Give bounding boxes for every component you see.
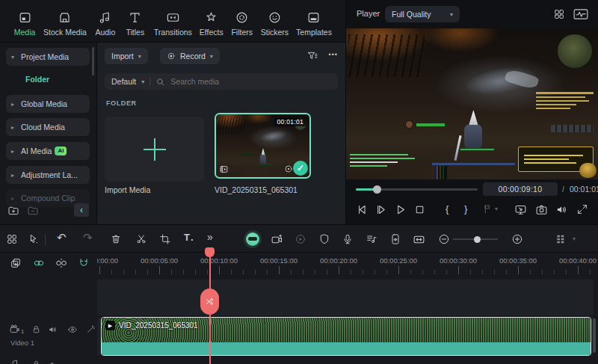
crop-button[interactable] xyxy=(159,233,171,245)
sidebar-item-cloud-media[interactable]: ▸ Cloud Media xyxy=(6,118,90,136)
preview-video[interactable] xyxy=(346,28,598,179)
search-input[interactable] xyxy=(170,77,331,86)
delete-folder-icon[interactable] xyxy=(27,205,39,217)
mark-in-button[interactable]: { xyxy=(446,203,449,215)
timeline-scrollbar[interactable] xyxy=(593,318,596,353)
undo-button[interactable]: ↶ xyxy=(57,231,67,244)
add-camera-record-button[interactable] xyxy=(271,233,283,246)
chevron-down-icon: ▾ xyxy=(11,54,21,61)
more-tools-button[interactable]: » xyxy=(207,231,213,243)
filter-funnel-icon[interactable] xyxy=(306,50,318,62)
audio-mixer-button[interactable] xyxy=(366,233,377,245)
timeline-clip[interactable]: ▶ VID_20250315_065301 xyxy=(101,317,591,356)
stop-button[interactable] xyxy=(413,203,426,216)
redo-button[interactable]: ↷ xyxy=(83,231,93,244)
chevron-down-icon[interactable]: ▾ xyxy=(573,235,576,242)
playhead-split-button[interactable] xyxy=(200,289,219,315)
mute-track-icon[interactable] xyxy=(48,360,58,364)
snapshot-camera-button[interactable] xyxy=(535,203,548,216)
sidebar-scrollbar[interactable] xyxy=(92,47,94,75)
seek-bar[interactable] xyxy=(356,188,478,191)
marker-flag-icon[interactable] xyxy=(482,203,493,215)
link-clips-icon[interactable] xyxy=(33,257,45,269)
sidebar-item-label: Cloud Media xyxy=(21,123,65,132)
tab-filters[interactable]: Filters xyxy=(231,10,253,37)
layout-grid-icon[interactable] xyxy=(553,8,565,20)
tab-audio[interactable]: Audio xyxy=(94,10,117,37)
clip-name-row: ▶ VID_20250315_065301 xyxy=(105,321,198,330)
tab-label: Templates xyxy=(296,28,332,37)
workspace-layout-icon[interactable] xyxy=(6,233,18,245)
volume-button[interactable] xyxy=(555,203,568,216)
playhead-handle[interactable] xyxy=(205,247,215,257)
tab-templates[interactable]: Templates xyxy=(296,10,332,37)
sidebar-item-global-media[interactable]: ▸ Global Media xyxy=(6,95,90,113)
tab-stock-media[interactable]: Stock Media xyxy=(43,10,87,37)
play-button[interactable] xyxy=(394,203,407,216)
preview-render-button[interactable] xyxy=(295,233,306,245)
more-options-button[interactable]: ••• xyxy=(329,51,338,58)
player-panel: Player Full Quality ▾ xyxy=(345,0,598,224)
sidebar-item-label: Adjustment La... xyxy=(21,170,78,179)
text-tool-button[interactable]: T. xyxy=(184,232,194,243)
record-button[interactable]: Record ▾ xyxy=(160,48,220,64)
shield-copyright-button[interactable] xyxy=(318,233,330,245)
tab-effects[interactable]: Effects xyxy=(200,10,224,37)
voiceover-mic-button[interactable] xyxy=(342,233,354,245)
fit-timeline-button[interactable] xyxy=(413,233,425,246)
sidebar-item-project-media[interactable]: ▾ Project Media xyxy=(6,48,90,66)
tab-titles[interactable]: Titles xyxy=(124,10,147,37)
ruler-label: 00:00:35:00 xyxy=(499,256,537,265)
ruler-label: 00:00:00:00 xyxy=(97,256,118,265)
import-button[interactable]: Import ▾ xyxy=(105,48,148,64)
ruler-label: 00:00:40:00 xyxy=(559,256,597,265)
new-folder-icon[interactable] xyxy=(7,205,19,217)
collapse-sidebar-button[interactable]: ‹ xyxy=(74,203,89,217)
video-track-icon xyxy=(9,324,20,335)
hide-track-icon[interactable] xyxy=(67,324,78,335)
seek-handle[interactable] xyxy=(373,185,381,194)
device-preview-button[interactable] xyxy=(389,233,401,245)
next-frame-button[interactable] xyxy=(374,203,387,216)
sidebar-subitem-folder[interactable]: Folder xyxy=(25,75,49,84)
zoom-slider-handle[interactable] xyxy=(474,236,481,243)
zoom-in-button[interactable] xyxy=(511,233,523,245)
scopes-icon[interactable] xyxy=(573,8,588,20)
quality-dropdown[interactable]: Full Quality ▾ xyxy=(385,6,460,22)
sidebar-item-adjustment-layer[interactable]: ▸ Adjustment La... xyxy=(6,166,90,184)
timeline-ruler[interactable]: 00:00:00:00 00:00:05:00 00:00:10:00 00:0… xyxy=(97,254,598,277)
filter-dropdown[interactable]: Default xyxy=(111,77,136,86)
magic-wand-icon[interactable] xyxy=(86,324,96,334)
previous-frame-button[interactable] xyxy=(356,203,369,216)
fullscreen-button[interactable] xyxy=(576,203,588,215)
tab-stickers[interactable]: Stickers xyxy=(261,10,289,37)
media-clip-thumbnail[interactable]: 00:01:01 ✓ xyxy=(215,113,311,179)
zoom-slider[interactable] xyxy=(453,238,498,240)
tab-transitions[interactable]: Transitions xyxy=(154,10,192,37)
lock-track-icon[interactable] xyxy=(31,324,41,334)
mark-out-button[interactable]: } xyxy=(464,203,467,215)
delete-button[interactable] xyxy=(110,233,122,245)
tab-media[interactable]: Media xyxy=(13,10,36,37)
game-chat xyxy=(350,154,418,169)
mute-track-icon[interactable] xyxy=(48,324,58,335)
search-icon xyxy=(155,77,165,87)
display-output-button[interactable] xyxy=(514,203,527,216)
track-manager-icon[interactable] xyxy=(555,233,567,245)
chevron-down-icon[interactable]: ▾ xyxy=(495,206,498,212)
zoom-out-button[interactable] xyxy=(438,233,450,245)
track-number: 1 xyxy=(21,328,24,335)
lock-track-icon[interactable] xyxy=(31,360,41,364)
copy-clip-icon[interactable] xyxy=(10,257,22,269)
chevron-down-icon: ▾ xyxy=(210,53,213,60)
ruler-label: 00:00:20:00 xyxy=(320,256,357,265)
select-cursor-icon[interactable] xyxy=(28,233,40,245)
sidebar-item-label: AI Media xyxy=(21,146,52,155)
sidebar-item-ai-media[interactable]: ▸ AI Media AI xyxy=(6,142,90,160)
import-media-tile[interactable] xyxy=(105,117,204,182)
split-scissors-button[interactable] xyxy=(135,233,147,245)
magnet-snap-icon[interactable] xyxy=(78,257,90,269)
empty-track-lane[interactable] xyxy=(97,280,594,315)
unlink-clips-icon[interactable] xyxy=(55,257,67,269)
ai-assistant-button[interactable] xyxy=(246,232,259,246)
